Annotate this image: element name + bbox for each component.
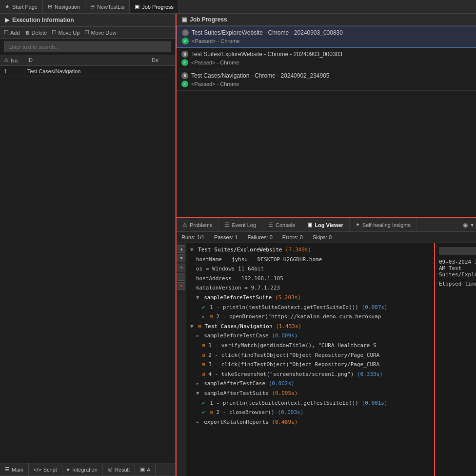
delete-button[interactable]: 🗑 Delete <box>25 30 47 36</box>
tree-line-17: ✔ ⊟ 2 - closeBrowser() (0.093s) <box>186 408 434 417</box>
col-warning-icon: ⚠ No. <box>4 57 23 63</box>
job-item-1-subtitle: ✓ <Passed> - Chrome <box>182 38 476 44</box>
log-tree: ▼ Test Suites/ExploreWebsite (7.349s) ho… <box>186 243 435 476</box>
job-item-3-title: ⏸ Test Cases/Navigation - Chrome - 20240… <box>181 72 476 79</box>
event-icon: ☰ <box>224 222 229 228</box>
tab-start-page[interactable]: ★ Start Page <box>0 0 43 13</box>
tab-problems[interactable]: ⚠ Problems <box>177 218 218 231</box>
status-circle-green-3: ✓ <box>181 81 188 87</box>
job-icon: ▣ <box>181 16 187 23</box>
log-elapsed: Elapsed time: 6.744s <box>439 281 476 287</box>
tree-line-4: katalonVersion = 9.7.1.223 <box>186 283 434 293</box>
tree-line-13: ⊟ 4 - takeScreenshot("screenshots/screen… <box>186 370 434 379</box>
add-icon: ☐ <box>4 29 9 36</box>
job-items: ⏸ Test Suites/ExploreWebsite - Chrome - … <box>177 26 476 217</box>
grid-icon: ⊞ <box>48 3 52 10</box>
job-item-2-subtitle: ✓ <Passed> - Chrome <box>181 59 476 66</box>
expand-all-btn[interactable]: ▲ <box>178 245 185 253</box>
a-icon: ▣ <box>140 466 145 473</box>
tree-line-0[interactable]: ▼ Test Suites/ExploreWebsite (7.349s) <box>186 245 434 255</box>
tree-line-7[interactable]: ▸ ⊟ 2 - openBrowser("https://katalon-dem… <box>186 312 434 322</box>
console-tab-actions: ◉ ▾ ⊞ 🔒 — □ <box>463 218 476 231</box>
status-circle-grey-3: ⏸ <box>181 72 188 79</box>
tree-line-5[interactable]: ▼ sampleBeforeTestSuite (5.203s) <box>186 293 434 303</box>
doc-icon: ⊟ <box>90 3 95 10</box>
job-progress-title: ▣ Job Progress <box>181 16 227 23</box>
toolbar: ☐ Add 🗑 Delete ☐ Move Up ☐ Move Dow <box>0 27 175 39</box>
execution-info: ▶ Execution Information <box>0 14 175 27</box>
log-timestamp: 09-03-2024 12:08:35 AM Test Suites/Explo… <box>439 259 476 278</box>
tree-line-8[interactable]: ▼ ⊟ Test Cases/Navigation (1.433s) <box>186 322 434 331</box>
collapse-btn[interactable]: - <box>178 273 185 281</box>
test-table: ⚠ No. ID De 1 Test Cases/Navigation <box>0 55 175 463</box>
tree-line-16: ✔ 1 - println(testSuiteContext.getTestSu… <box>186 398 434 408</box>
status-circle-green-2: ✓ <box>181 59 188 66</box>
warning-icon: ⚠ <box>182 222 187 228</box>
tree-line-12: ⊟ 3 - click(findTestObject("Object Repos… <box>186 360 434 370</box>
star-icon: ★ <box>5 3 10 10</box>
tab-self-healing[interactable]: ✦ Self-healing Insights <box>350 218 417 231</box>
collapse-all-btn[interactable]: ▼ <box>178 254 185 262</box>
tab-event-log[interactable]: ☰ Event Log <box>218 218 262 231</box>
status-circle-grey-2: ⏸ <box>181 51 188 58</box>
tree-line-15[interactable]: ▼ sampleAfterTestSuite (0.095s) <box>186 389 434 398</box>
eye-icon[interactable]: ◉ <box>463 222 468 228</box>
move-up-button[interactable]: ☐ Move Up <box>52 29 79 36</box>
log-icon: ▣ <box>307 222 312 228</box>
tree-line-6: ✔ 1 - println(testSuiteContext.getTestSu… <box>186 303 434 312</box>
job-item-3[interactable]: ⏸ Test Cases/Navigation - Chrome - 20240… <box>177 69 476 91</box>
tab-newtestlist[interactable]: ⊟ NewTestLis <box>85 0 130 13</box>
log-scrollbar[interactable] <box>439 247 476 255</box>
tree-line-3: hostAddress = 192.168.1.105 <box>186 274 434 284</box>
integration-icon: ▸ <box>67 466 70 473</box>
filter-btn[interactable]: ✕ <box>178 282 185 290</box>
status-circle-grey-1: ⏸ <box>182 29 189 36</box>
triangle-icon: ▶ <box>5 17 9 23</box>
tab-main[interactable]: ☰ Main <box>0 463 29 476</box>
add-button[interactable]: ☐ Add <box>4 29 20 36</box>
right-panel: ▣ Job Progress 🗑 ⚙ ⏸ Test Suites/Explore… <box>176 14 476 476</box>
down-icon: ☐ <box>84 29 89 36</box>
tree-line-18[interactable]: ▸ exportKatalonReports (0.489s) <box>186 417 434 427</box>
trash-icon: 🗑 <box>25 30 30 36</box>
tab-result[interactable]: ◎ Result <box>103 463 135 476</box>
move-down-button[interactable]: ☐ Move Dow <box>84 29 116 36</box>
stat-errors: Errors: 0 <box>282 234 303 240</box>
stat-passes: Passes: 1 <box>214 234 238 240</box>
job-progress-header: ▣ Job Progress 🗑 ⚙ <box>177 14 476 26</box>
expand-btn[interactable]: + <box>178 264 185 271</box>
tab-log-viewer[interactable]: ▣ Log Viewer <box>301 218 349 231</box>
dropdown-icon[interactable]: ▾ <box>471 222 474 228</box>
main-icon: ☰ <box>5 466 10 473</box>
bottom-tab-bar: ☰ Main </> Script ▸ Integration ◎ Result… <box>0 463 175 476</box>
tab-a[interactable]: ▣ A <box>135 463 156 476</box>
stat-runs: Runs: 1/1 <box>181 234 204 240</box>
job-item-2[interactable]: ⏸ Test Suites/ExploreWebsite - Chrome - … <box>177 48 476 69</box>
tab-job-progress[interactable]: ▣ Job Progress <box>130 0 179 13</box>
bottom-section: ⚠ Problems ☰ Event Log ☰ Console ▣ Log V… <box>177 217 476 476</box>
tree-line-10: ⊟ 1 - verifyMatch(getWindowTitle(), "CUR… <box>186 341 434 351</box>
console-tab-bar: ⚠ Problems ☰ Event Log ☰ Console ▣ Log V… <box>177 218 476 232</box>
tree-line-11: ⊟ 2 - click(findTestObject("Object Repos… <box>186 351 434 360</box>
tree-controls: ▲ ▼ + - ✕ <box>177 243 186 476</box>
tree-line-14[interactable]: ▸ sampleAfterTestCase (0.002s) <box>186 379 434 389</box>
tab-navigation[interactable]: ⊞ Navigation <box>43 0 85 13</box>
tab-console[interactable]: ☰ Console <box>262 218 301 231</box>
tree-line-9[interactable]: ▸ sampleBeforeTestCase (0.009s) <box>186 331 434 341</box>
tab-integration[interactable]: ▸ Integration <box>62 463 103 476</box>
table-row[interactable]: 1 Test Cases/Navigation <box>0 66 175 77</box>
healing-icon: ✦ <box>356 222 360 228</box>
tab-script[interactable]: </> Script <box>29 463 62 476</box>
job-item-1[interactable]: ⏸ Test Suites/ExploreWebsite - Chrome - … <box>177 26 476 48</box>
table-header: ⚠ No. ID De <box>0 55 175 66</box>
stats-bar: Runs: 1/1 Passes: 1 Failures: 0 Errors: … <box>177 232 476 243</box>
stat-failures: Failures: 0 <box>247 234 272 240</box>
progress-icon: ▣ <box>135 3 139 10</box>
left-panel: ▶ Execution Information ☐ Add 🗑 Delete ☐… <box>0 14 176 476</box>
status-circle-green-1: ✓ <box>182 38 189 44</box>
console-content: ▲ ▼ + - ✕ ▼ Test Suites/ExploreWebsite (… <box>177 243 476 476</box>
job-item-3-subtitle: ✓ <Passed> - Chrome <box>181 81 476 87</box>
stat-skips: Skips: 0 <box>313 234 332 240</box>
result-icon: ◎ <box>108 466 113 473</box>
search-input[interactable] <box>4 41 171 52</box>
